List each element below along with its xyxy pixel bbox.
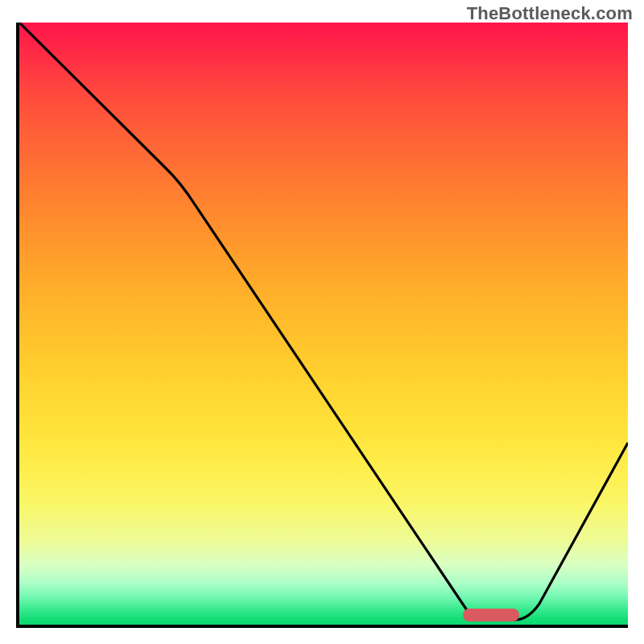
axes <box>16 23 628 628</box>
watermark-text: TheBottleneck.com <box>467 3 633 24</box>
chart-container: TheBottleneck.com <box>0 0 644 644</box>
